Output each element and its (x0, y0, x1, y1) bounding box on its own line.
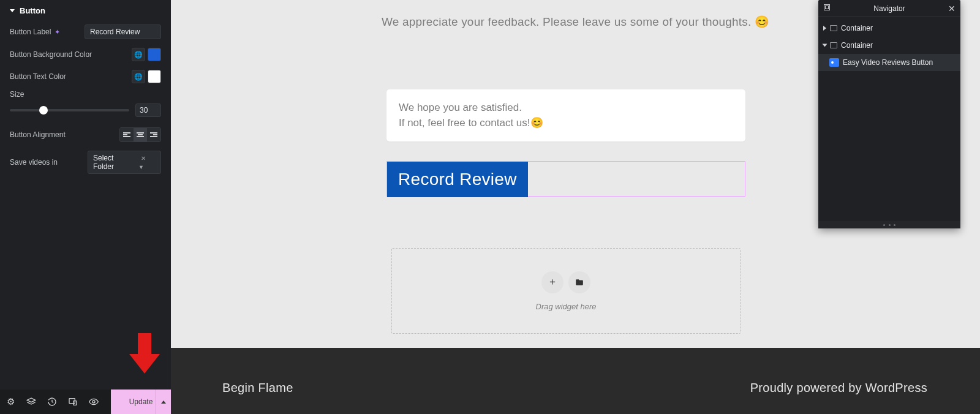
control-alignment: Button Alignment (0, 123, 171, 146)
update-button-caret[interactable] (155, 390, 171, 414)
align-center-icon (137, 132, 144, 137)
record-review-button[interactable]: Record Review (387, 162, 528, 197)
folder-icon (575, 278, 584, 287)
control-bg-color: Button Background Color 🌐 (0, 43, 171, 66)
tree-item-label: Easy Video Reviews Button (843, 58, 933, 67)
clear-icon[interactable]: ✕ (141, 155, 146, 162)
size-field-label: Size (10, 90, 161, 99)
navigator-resize-handle[interactable] (818, 221, 960, 228)
button-label-input[interactable] (85, 24, 161, 39)
save-videos-field-label: Save videos in (10, 158, 58, 167)
plus-icon: ＋ (548, 276, 557, 288)
update-button-label: Update (129, 397, 153, 406)
footer-site-name: Begin Flame (222, 381, 293, 395)
settings-gear-icon[interactable]: ⚙ (0, 390, 21, 414)
tree-item-video-button[interactable]: Easy Video Reviews Button (818, 54, 960, 71)
navigator-title: Navigator (873, 4, 905, 13)
intro-text-content: We appreciate your feedback. Please leav… (382, 15, 769, 28)
svg-rect-5 (826, 6, 829, 9)
caret-down-icon (10, 9, 15, 12)
container-icon (830, 25, 837, 31)
selected-widget-outline[interactable]: Record Review (386, 161, 745, 197)
tree-item-label: Container (841, 24, 873, 32)
size-slider[interactable] (10, 109, 129, 111)
preview-eye-icon[interactable] (83, 390, 104, 414)
size-value-input[interactable] (135, 104, 161, 117)
globe-icon: 🌐 (134, 51, 143, 59)
dropzone-text: Drag widget here (536, 302, 597, 311)
widget-dropzone[interactable]: ＋ Drag widget here (391, 248, 741, 334)
svg-marker-0 (27, 398, 35, 402)
control-button-label: Button Label ✦ (0, 20, 171, 43)
control-size: Size (0, 88, 171, 123)
record-review-button-label: Record Review (398, 170, 517, 189)
align-right-icon (150, 132, 157, 137)
chevron-down-icon: ▼ (138, 164, 144, 170)
sidebar-bottom-toolbar: ⚙ Update (0, 390, 171, 414)
dock-icon[interactable] (823, 4, 831, 13)
navigator-header[interactable]: Navigator ✕ (818, 0, 960, 17)
slider-thumb[interactable] (39, 106, 48, 115)
folder-select[interactable]: Select Folder ✕ ▼ (88, 151, 161, 174)
navigator-tree: Container Container Easy Video Reviews B… (818, 17, 960, 221)
global-color-toggle[interactable]: 🌐 (132, 48, 145, 61)
annotation-arrow (129, 333, 160, 376)
svg-point-3 (92, 401, 95, 403)
button-label-field-label: Button Label (10, 28, 51, 36)
folder-select-placeholder: Select Folder (93, 154, 136, 171)
video-widget-icon (829, 58, 839, 67)
card-line-1: We hope you are satisfied. (399, 100, 733, 116)
control-save-folder: Save videos in Select Folder ✕ ▼ (0, 146, 171, 178)
info-card: We hope you are satisfied. If not, feel … (386, 89, 745, 141)
navigator-panel[interactable]: Navigator ✕ Container Container Easy Vid… (818, 0, 960, 228)
ai-sparkle-icon[interactable]: ✦ (55, 28, 60, 36)
responsive-icon[interactable] (62, 390, 83, 414)
align-left-icon (123, 132, 130, 137)
align-right-button[interactable] (147, 128, 160, 141)
section-header-button[interactable]: Button (0, 0, 171, 20)
expand-icon[interactable] (823, 26, 826, 31)
align-left-button[interactable] (120, 128, 134, 141)
align-center-button[interactable] (134, 128, 147, 141)
chevron-up-icon (161, 401, 166, 404)
svg-rect-4 (824, 5, 830, 10)
text-color-field-label: Button Text Color (10, 72, 66, 81)
text-color-swatch[interactable] (148, 70, 161, 83)
bg-color-field-label: Button Background Color (10, 50, 92, 59)
globe-icon: 🌐 (134, 73, 143, 81)
section-title: Button (20, 6, 45, 15)
browse-templates-button[interactable] (568, 271, 590, 293)
container-icon (830, 42, 837, 48)
tree-item-container-1[interactable]: Container (818, 20, 960, 37)
footer-powered-by: Proudly powered by WordPress (750, 381, 927, 395)
card-line-2: If not, feel free to contact us!😊 (399, 116, 733, 131)
add-widget-button[interactable]: ＋ (541, 271, 564, 293)
global-color-toggle-2[interactable]: 🌐 (132, 70, 145, 83)
site-footer: Begin Flame Proudly powered by WordPress (171, 348, 980, 414)
close-navigator-button[interactable]: ✕ (948, 4, 956, 13)
close-icon: ✕ (948, 4, 956, 13)
drag-handle-icon (883, 224, 895, 226)
collapse-icon[interactable] (823, 44, 827, 47)
control-text-color: Button Text Color 🌐 (0, 66, 171, 88)
tree-item-label: Container (841, 41, 873, 50)
tree-item-container-2[interactable]: Container (818, 37, 960, 54)
layers-icon[interactable] (21, 390, 42, 414)
alignment-button-group (119, 127, 161, 142)
bg-color-swatch[interactable] (148, 48, 161, 61)
alignment-field-label: Button Alignment (10, 130, 66, 139)
update-button[interactable]: Update (111, 390, 171, 414)
history-icon[interactable] (42, 390, 62, 414)
editor-canvas: We appreciate your feedback. Please leav… (171, 0, 980, 414)
